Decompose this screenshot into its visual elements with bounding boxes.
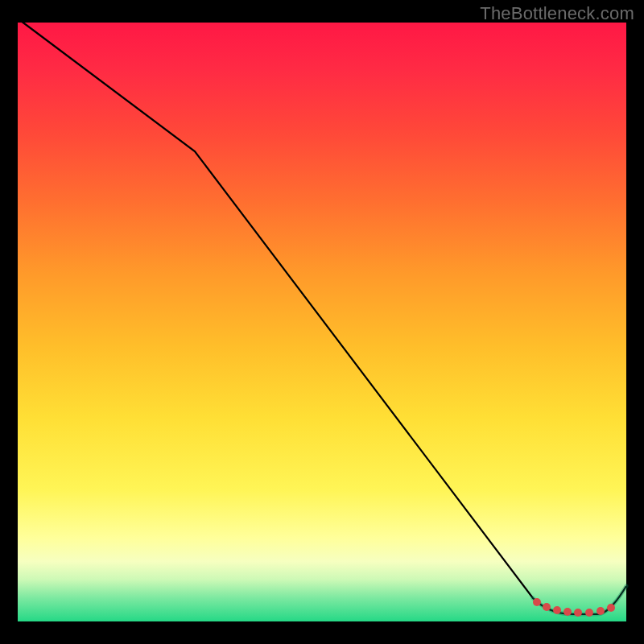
svg-point-2 xyxy=(553,606,561,614)
watermark-text: TheBottleneck.com xyxy=(480,3,634,24)
plot-area xyxy=(18,23,626,621)
svg-point-3 xyxy=(564,608,572,616)
svg-point-7 xyxy=(607,604,615,612)
data-curve xyxy=(18,19,626,614)
svg-point-4 xyxy=(574,609,582,617)
svg-point-6 xyxy=(597,607,605,615)
svg-point-1 xyxy=(543,603,551,611)
svg-point-5 xyxy=(585,609,593,617)
svg-point-0 xyxy=(533,598,541,606)
chart-svg xyxy=(18,23,626,621)
chart-frame: TheBottleneck.com xyxy=(0,0,644,644)
